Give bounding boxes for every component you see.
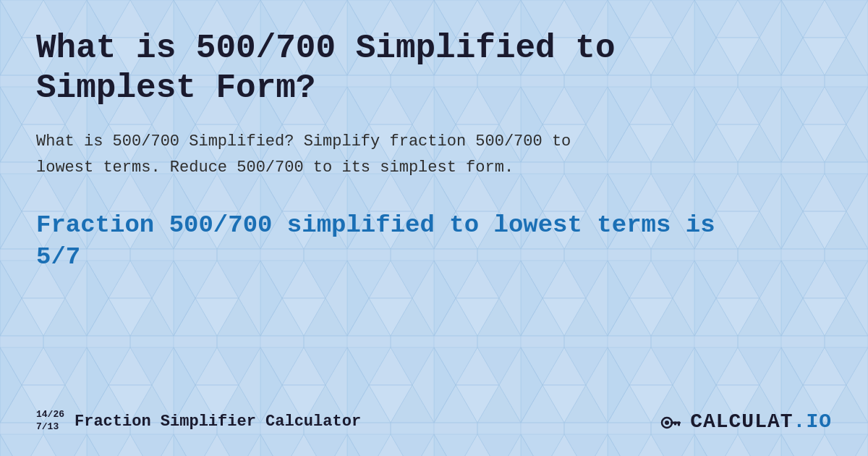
svg-rect-17 (674, 422, 676, 426)
brand-logo[interactable]: CALCULAT.IO (658, 408, 832, 434)
logo-suffix: .IO (793, 410, 832, 433)
site-title: Fraction Simplifier Calculator (75, 413, 361, 431)
page-title: What is 500/700 Simplified to Simplest F… (36, 29, 687, 109)
result-heading: Fraction 500/700 simplified to lowest te… (36, 209, 723, 273)
logo-text: CALCULAT.IO (690, 410, 832, 433)
svg-point-14 (665, 421, 669, 425)
fraction-bottom: 7/13 (36, 421, 64, 434)
logo-main: CALCULAT (690, 410, 793, 433)
svg-rect-16 (678, 422, 680, 426)
footer-fractions: 14/26 7/13 (36, 409, 64, 434)
fraction-top: 14/26 (36, 409, 64, 421)
calculator-icon (658, 408, 684, 434)
page-description: What is 500/700 Simplified? Simplify fra… (36, 129, 615, 180)
